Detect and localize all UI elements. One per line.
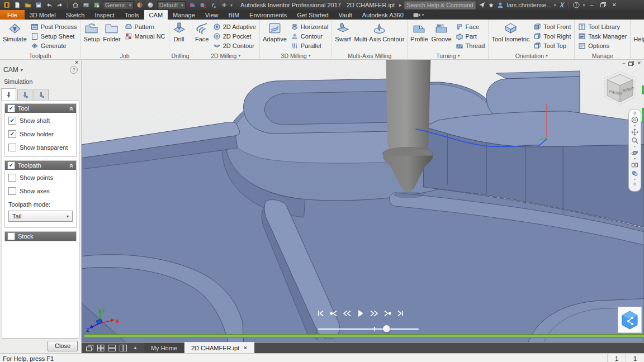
appearance-sphere-icon[interactable] <box>146 1 155 9</box>
doc-close-button[interactable]: ✕ <box>637 60 641 66</box>
model-viewport[interactable]: Y X Z – ✕ FRONT RIGHT <box>82 60 644 342</box>
exchange-apps-icon[interactable]: Ｘ <box>558 1 565 10</box>
previous-operation-button[interactable] <box>329 309 338 317</box>
toolpath-group-header[interactable]: Toolpath <box>5 161 76 170</box>
tab-tools[interactable]: Tools <box>120 10 144 20</box>
folder-button[interactable]: Folder <box>101 20 122 42</box>
doc-minimize-button[interactable]: – <box>622 60 625 66</box>
redo-icon[interactable] <box>55 1 64 9</box>
options-button[interactable]: Options <box>576 41 629 50</box>
tool-isometric-button[interactable]: Tool Isometric <box>490 20 531 42</box>
pan-icon[interactable] <box>631 128 638 136</box>
color-wheel-icon[interactable] <box>136 1 144 9</box>
stock-group-header[interactable]: Stock <box>5 232 76 241</box>
tab-get-started[interactable]: Get Started <box>292 10 333 20</box>
group-label-3d-milling[interactable]: 3D Milling▾ <box>260 52 332 59</box>
cascade-windows-icon[interactable] <box>86 345 93 351</box>
setup-button[interactable]: Setup <box>82 20 102 42</box>
signed-in-user[interactable]: lars.christense... <box>506 2 551 8</box>
pattern-button[interactable]: Pattern <box>122 22 168 31</box>
setup-sheet-button[interactable]: Setup Sheet <box>29 31 79 41</box>
adaptive-button[interactable]: Adaptive <box>261 20 288 42</box>
go-to-start-button[interactable] <box>317 309 324 317</box>
tab-cam[interactable]: CAM <box>144 10 168 20</box>
show-transparent-checkbox[interactable] <box>8 144 16 151</box>
simulation-tab-info[interactable] <box>34 89 49 100</box>
panel-title[interactable]: CAM <box>3 66 18 74</box>
save-icon[interactable] <box>34 1 42 9</box>
tool-front-button[interactable]: Tool Front <box>531 22 573 31</box>
view-cube[interactable]: FRONT RIGHT <box>603 70 637 109</box>
post-process-button[interactable]: Post Process <box>29 22 79 31</box>
panel-close-icon[interactable]: ✕ <box>74 60 79 66</box>
new-file-icon[interactable] <box>13 1 21 9</box>
minimize-button[interactable]: – <box>588 1 596 9</box>
favorites-star-icon[interactable]: ★ <box>489 2 494 9</box>
task-manager-button[interactable]: Task Manager <box>576 31 629 41</box>
close-button[interactable]: ✕ <box>610 1 619 9</box>
fast-forward-button[interactable] <box>370 309 378 317</box>
tab-autodesk-a360[interactable]: Autodesk A360 <box>357 10 409 20</box>
show-points-checkbox[interactable] <box>8 174 16 182</box>
search-input[interactable] <box>404 1 476 9</box>
tile-vertical-icon[interactable] <box>120 345 127 351</box>
2d-adaptive-button[interactable]: 2D Adaptive <box>211 22 258 31</box>
tool-group-header[interactable]: Tool <box>5 104 76 113</box>
group-label-turning[interactable]: Turning▾ <box>408 52 488 59</box>
stock-group-checkbox[interactable] <box>7 232 15 240</box>
tab-close-icon[interactable]: ✕ <box>243 345 248 351</box>
slider-track[interactable] <box>318 328 419 330</box>
face-button[interactable]: Face <box>193 20 211 42</box>
qat-customize-icon[interactable]: ▾ <box>230 3 233 8</box>
tool-top-button[interactable]: Tool Top <box>531 41 573 50</box>
render-icon[interactable] <box>82 1 90 9</box>
tile-windows-icon[interactable] <box>97 345 105 351</box>
navbar-gear-icon[interactable] <box>633 111 637 115</box>
toolpath-mode-dropdown[interactable]: Tail ▾ <box>8 211 73 222</box>
contour-button[interactable]: Contour <box>288 31 331 41</box>
home-icon[interactable] <box>71 1 79 9</box>
tab-environments[interactable]: Environments <box>244 10 292 20</box>
clear-appearance-icon[interactable] <box>198 1 207 9</box>
tool-right-button[interactable]: Tool Right <box>531 31 573 41</box>
simulate-button[interactable]: Simulate <box>1 20 29 42</box>
3d-model-scene[interactable]: Y X Z <box>82 60 644 342</box>
horizontal-button[interactable]: Horizontal <box>288 22 331 31</box>
slider-handle[interactable] <box>383 325 390 332</box>
chevron-down-icon[interactable]: ▾ <box>634 158 636 160</box>
drill-button[interactable]: Drill <box>171 20 188 42</box>
adjust-icon[interactable] <box>188 1 196 9</box>
group-label-2d-milling[interactable]: 2D Milling▾ <box>192 52 259 59</box>
user-menu-chevron-icon[interactable]: ▾ <box>554 3 556 8</box>
open-folder-icon[interactable] <box>23 1 32 9</box>
groove-button[interactable]: Groove <box>430 20 453 42</box>
tab-3d-model[interactable]: 3D Model <box>25 10 61 20</box>
turn-part-button[interactable]: Part <box>453 31 487 41</box>
send-feedback-icon[interactable] <box>478 1 486 9</box>
help-icon[interactable]: ? <box>572 1 581 9</box>
tool-library-button[interactable]: Tool Library <box>576 22 629 31</box>
group-label-orientation[interactable]: Orientation▾ <box>489 52 574 59</box>
tab-document[interactable]: 2D CHAMFER.ipt ✕ <box>184 342 255 353</box>
simulation-tab-playback[interactable] <box>17 89 32 100</box>
turn-thread-button[interactable]: Thread <box>453 41 487 50</box>
navigation-wheel-icon[interactable] <box>631 116 638 123</box>
2d-contour-button[interactable]: 2D Contour <box>211 41 258 50</box>
tab-sketch[interactable]: Sketch <box>61 10 90 20</box>
tool-group-checkbox[interactable] <box>7 104 15 112</box>
collapse-chevron-icon[interactable] <box>69 106 74 111</box>
tab-inspect[interactable]: Inspect <box>89 10 119 20</box>
search-expand-icon[interactable]: ▸ <box>399 2 402 8</box>
tab-manage[interactable]: Manage <box>168 10 200 20</box>
undo-icon[interactable] <box>45 1 53 9</box>
appearance-combo[interactable]: Default ▾ <box>157 1 186 9</box>
view-styles-icon[interactable] <box>631 170 638 177</box>
panel-help-icon[interactable]: ? <box>70 66 78 74</box>
doc-restore-button[interactable] <box>628 61 633 65</box>
capture-icon[interactable]: ▾ <box>413 10 424 20</box>
toolpath-group-checkbox[interactable] <box>7 161 15 169</box>
show-axes-checkbox[interactable] <box>8 187 16 195</box>
parallel-button[interactable]: Parallel <box>288 41 331 50</box>
rewind-button[interactable] <box>343 309 352 317</box>
simulation-tab-tool[interactable] <box>1 88 16 101</box>
